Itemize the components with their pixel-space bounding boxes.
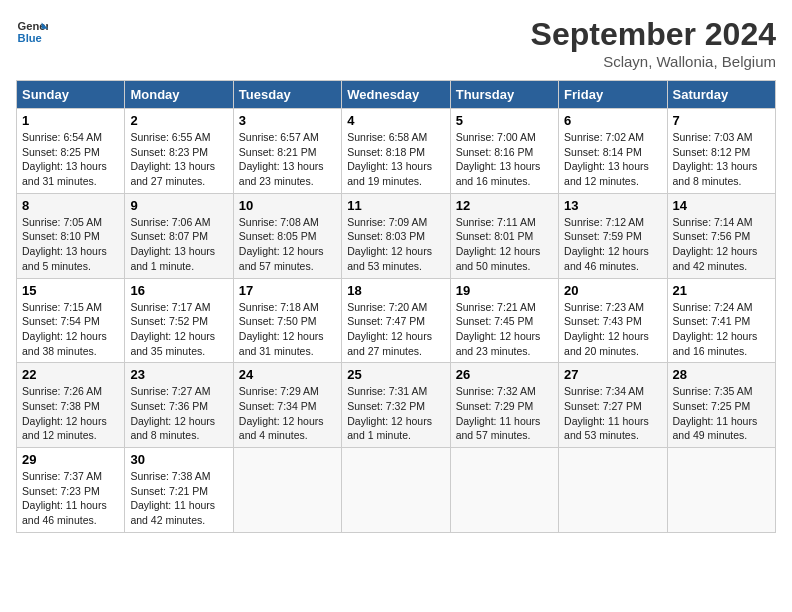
calendar-cell: 28Sunrise: 7:35 AM Sunset: 7:25 PM Dayli…: [667, 363, 775, 448]
calendar-cell: 30Sunrise: 7:38 AM Sunset: 7:21 PM Dayli…: [125, 448, 233, 533]
day-number: 29: [22, 452, 119, 467]
day-number: 14: [673, 198, 770, 213]
day-number: 10: [239, 198, 336, 213]
day-number: 12: [456, 198, 553, 213]
col-header-friday: Friday: [559, 81, 667, 109]
calendar-cell: 19Sunrise: 7:21 AM Sunset: 7:45 PM Dayli…: [450, 278, 558, 363]
day-number: 21: [673, 283, 770, 298]
day-info: Sunrise: 7:09 AM Sunset: 8:03 PM Dayligh…: [347, 215, 444, 274]
calendar-cell: 27Sunrise: 7:34 AM Sunset: 7:27 PM Dayli…: [559, 363, 667, 448]
calendar-cell: 7Sunrise: 7:03 AM Sunset: 8:12 PM Daylig…: [667, 109, 775, 194]
day-number: 22: [22, 367, 119, 382]
day-info: Sunrise: 7:37 AM Sunset: 7:23 PM Dayligh…: [22, 469, 119, 528]
day-info: Sunrise: 7:24 AM Sunset: 7:41 PM Dayligh…: [673, 300, 770, 359]
day-info: Sunrise: 7:31 AM Sunset: 7:32 PM Dayligh…: [347, 384, 444, 443]
day-number: 19: [456, 283, 553, 298]
calendar-cell: 10Sunrise: 7:08 AM Sunset: 8:05 PM Dayli…: [233, 193, 341, 278]
day-info: Sunrise: 7:32 AM Sunset: 7:29 PM Dayligh…: [456, 384, 553, 443]
location: Sclayn, Wallonia, Belgium: [531, 53, 776, 70]
day-number: 9: [130, 198, 227, 213]
calendar-cell: 2Sunrise: 6:55 AM Sunset: 8:23 PM Daylig…: [125, 109, 233, 194]
calendar-cell: 3Sunrise: 6:57 AM Sunset: 8:21 PM Daylig…: [233, 109, 341, 194]
calendar-cell: [342, 448, 450, 533]
calendar-cell: 14Sunrise: 7:14 AM Sunset: 7:56 PM Dayli…: [667, 193, 775, 278]
day-number: 4: [347, 113, 444, 128]
day-info: Sunrise: 7:00 AM Sunset: 8:16 PM Dayligh…: [456, 130, 553, 189]
day-number: 24: [239, 367, 336, 382]
month-title: September 2024: [531, 16, 776, 53]
calendar-cell: [233, 448, 341, 533]
calendar-cell: 20Sunrise: 7:23 AM Sunset: 7:43 PM Dayli…: [559, 278, 667, 363]
day-number: 7: [673, 113, 770, 128]
calendar-cell: 17Sunrise: 7:18 AM Sunset: 7:50 PM Dayli…: [233, 278, 341, 363]
day-info: Sunrise: 7:34 AM Sunset: 7:27 PM Dayligh…: [564, 384, 661, 443]
calendar-cell: [450, 448, 558, 533]
day-info: Sunrise: 6:57 AM Sunset: 8:21 PM Dayligh…: [239, 130, 336, 189]
day-info: Sunrise: 7:29 AM Sunset: 7:34 PM Dayligh…: [239, 384, 336, 443]
calendar-cell: 26Sunrise: 7:32 AM Sunset: 7:29 PM Dayli…: [450, 363, 558, 448]
calendar-cell: 22Sunrise: 7:26 AM Sunset: 7:38 PM Dayli…: [17, 363, 125, 448]
calendar-cell: 29Sunrise: 7:37 AM Sunset: 7:23 PM Dayli…: [17, 448, 125, 533]
calendar-cell: 13Sunrise: 7:12 AM Sunset: 7:59 PM Dayli…: [559, 193, 667, 278]
col-header-monday: Monday: [125, 81, 233, 109]
day-info: Sunrise: 7:26 AM Sunset: 7:38 PM Dayligh…: [22, 384, 119, 443]
calendar-week-row: 29Sunrise: 7:37 AM Sunset: 7:23 PM Dayli…: [17, 448, 776, 533]
calendar-week-row: 1Sunrise: 6:54 AM Sunset: 8:25 PM Daylig…: [17, 109, 776, 194]
day-info: Sunrise: 6:55 AM Sunset: 8:23 PM Dayligh…: [130, 130, 227, 189]
day-info: Sunrise: 7:23 AM Sunset: 7:43 PM Dayligh…: [564, 300, 661, 359]
day-info: Sunrise: 7:14 AM Sunset: 7:56 PM Dayligh…: [673, 215, 770, 274]
logo: General Blue: [16, 16, 48, 48]
day-info: Sunrise: 7:08 AM Sunset: 8:05 PM Dayligh…: [239, 215, 336, 274]
day-info: Sunrise: 7:20 AM Sunset: 7:47 PM Dayligh…: [347, 300, 444, 359]
calendar-cell: 9Sunrise: 7:06 AM Sunset: 8:07 PM Daylig…: [125, 193, 233, 278]
calendar-week-row: 8Sunrise: 7:05 AM Sunset: 8:10 PM Daylig…: [17, 193, 776, 278]
day-number: 15: [22, 283, 119, 298]
logo-icon: General Blue: [16, 16, 48, 48]
page-header: General Blue September 2024 Sclayn, Wall…: [16, 16, 776, 70]
day-number: 17: [239, 283, 336, 298]
day-number: 13: [564, 198, 661, 213]
day-number: 20: [564, 283, 661, 298]
calendar-cell: 4Sunrise: 6:58 AM Sunset: 8:18 PM Daylig…: [342, 109, 450, 194]
calendar-cell: 12Sunrise: 7:11 AM Sunset: 8:01 PM Dayli…: [450, 193, 558, 278]
col-header-tuesday: Tuesday: [233, 81, 341, 109]
day-number: 5: [456, 113, 553, 128]
calendar-cell: 23Sunrise: 7:27 AM Sunset: 7:36 PM Dayli…: [125, 363, 233, 448]
day-info: Sunrise: 7:21 AM Sunset: 7:45 PM Dayligh…: [456, 300, 553, 359]
day-number: 27: [564, 367, 661, 382]
day-number: 28: [673, 367, 770, 382]
day-info: Sunrise: 7:06 AM Sunset: 8:07 PM Dayligh…: [130, 215, 227, 274]
col-header-saturday: Saturday: [667, 81, 775, 109]
col-header-wednesday: Wednesday: [342, 81, 450, 109]
day-number: 26: [456, 367, 553, 382]
day-info: Sunrise: 6:54 AM Sunset: 8:25 PM Dayligh…: [22, 130, 119, 189]
calendar-header-row: SundayMondayTuesdayWednesdayThursdayFrid…: [17, 81, 776, 109]
day-info: Sunrise: 7:35 AM Sunset: 7:25 PM Dayligh…: [673, 384, 770, 443]
day-number: 1: [22, 113, 119, 128]
day-info: Sunrise: 7:18 AM Sunset: 7:50 PM Dayligh…: [239, 300, 336, 359]
day-info: Sunrise: 7:11 AM Sunset: 8:01 PM Dayligh…: [456, 215, 553, 274]
day-number: 3: [239, 113, 336, 128]
calendar-cell: 21Sunrise: 7:24 AM Sunset: 7:41 PM Dayli…: [667, 278, 775, 363]
title-block: September 2024 Sclayn, Wallonia, Belgium: [531, 16, 776, 70]
calendar-cell: 16Sunrise: 7:17 AM Sunset: 7:52 PM Dayli…: [125, 278, 233, 363]
calendar-cell: 24Sunrise: 7:29 AM Sunset: 7:34 PM Dayli…: [233, 363, 341, 448]
day-number: 25: [347, 367, 444, 382]
day-info: Sunrise: 7:02 AM Sunset: 8:14 PM Dayligh…: [564, 130, 661, 189]
calendar-cell: 8Sunrise: 7:05 AM Sunset: 8:10 PM Daylig…: [17, 193, 125, 278]
calendar-table: SundayMondayTuesdayWednesdayThursdayFrid…: [16, 80, 776, 533]
day-number: 6: [564, 113, 661, 128]
day-info: Sunrise: 7:05 AM Sunset: 8:10 PM Dayligh…: [22, 215, 119, 274]
day-number: 18: [347, 283, 444, 298]
calendar-week-row: 15Sunrise: 7:15 AM Sunset: 7:54 PM Dayli…: [17, 278, 776, 363]
day-info: Sunrise: 7:03 AM Sunset: 8:12 PM Dayligh…: [673, 130, 770, 189]
day-number: 11: [347, 198, 444, 213]
day-number: 8: [22, 198, 119, 213]
calendar-cell: [667, 448, 775, 533]
calendar-cell: [559, 448, 667, 533]
calendar-week-row: 22Sunrise: 7:26 AM Sunset: 7:38 PM Dayli…: [17, 363, 776, 448]
day-number: 23: [130, 367, 227, 382]
calendar-cell: 11Sunrise: 7:09 AM Sunset: 8:03 PM Dayli…: [342, 193, 450, 278]
calendar-cell: 5Sunrise: 7:00 AM Sunset: 8:16 PM Daylig…: [450, 109, 558, 194]
col-header-sunday: Sunday: [17, 81, 125, 109]
